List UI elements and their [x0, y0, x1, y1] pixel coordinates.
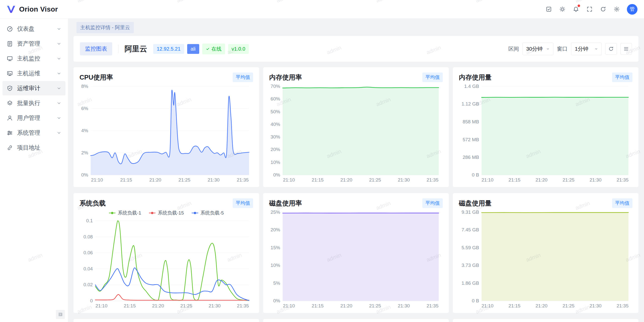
check-square-button[interactable]	[543, 4, 554, 15]
svg-text:21:25: 21:25	[178, 177, 190, 183]
refresh-charts-button[interactable]	[605, 43, 617, 55]
svg-text:21:25: 21:25	[180, 303, 192, 308]
svg-text:572 MB: 572 MB	[463, 137, 479, 142]
svg-text:30%: 30%	[271, 134, 280, 139]
svg-text:1.4 GB: 1.4 GB	[464, 84, 479, 89]
chevron-down-icon	[57, 26, 61, 31]
average-badge[interactable]: 平均值	[612, 73, 632, 82]
legend-marker-icon	[149, 211, 156, 214]
svg-text:21:10: 21:10	[481, 303, 494, 308]
chart-card-cpu-usage: CPU使用率 平均值 0%2%4%6%8%21:1021:1521:2021:2…	[73, 67, 259, 187]
window-select-value: 1分钟	[575, 45, 588, 52]
sidebar-item-project-link[interactable]: 项目地址	[3, 140, 65, 155]
refresh-icon	[600, 6, 606, 12]
orion-visor-logo-icon	[7, 5, 16, 13]
svg-text:0 B: 0 B	[472, 298, 479, 303]
legend-item[interactable]: 系统负载-1	[109, 210, 141, 216]
average-badge[interactable]: 平均值	[422, 73, 443, 82]
svg-text:21:30: 21:30	[590, 303, 602, 308]
average-badge[interactable]: 平均值	[612, 198, 632, 208]
sidebar-item-dashboard[interactable]: 仪表盘	[3, 22, 65, 36]
average-badge[interactable]: 平均值	[233, 73, 253, 82]
svg-text:21:35: 21:35	[237, 303, 249, 308]
theme-button[interactable]	[556, 4, 568, 15]
memory-usage-pct-chart: 0%10%20%30%40%50%60%70%21:1021:1521:2021…	[269, 83, 443, 184]
sidebar-item-batch-exec[interactable]: 批量执行	[3, 96, 65, 110]
list-icon	[623, 46, 629, 52]
chevron-down-icon	[57, 71, 61, 76]
chart-title: 磁盘使用率	[269, 199, 302, 208]
sidebar-item-ops-audit[interactable]: 运维审计	[3, 81, 65, 95]
svg-text:21:25: 21:25	[562, 177, 575, 183]
host-name: 阿里云	[125, 44, 147, 54]
svg-text:0%: 0%	[273, 298, 280, 303]
collapse-sidebar-button[interactable]	[56, 310, 65, 319]
svg-text:21:20: 21:20	[536, 177, 548, 183]
svg-text:21:15: 21:15	[312, 303, 324, 308]
svg-text:21:15: 21:15	[508, 177, 520, 183]
legend-item[interactable]: 系统负载-5	[191, 210, 224, 216]
check-icon	[206, 47, 210, 51]
svg-text:0.08: 0.08	[84, 234, 93, 239]
svg-text:20%: 20%	[271, 147, 280, 152]
user-icon	[7, 115, 13, 121]
charts-grid: CPU使用率 平均值 0%2%4%6%8%21:1021:1521:2021:2…	[73, 67, 638, 322]
cpu-usage-chart: 0%2%4%6%8%21:1021:1521:2021:2521:3021:35	[79, 83, 253, 184]
svg-text:50%: 50%	[271, 109, 280, 114]
breadcrumb-current[interactable]: 主机监控详情 - 阿里云	[76, 22, 134, 33]
svg-text:21:30: 21:30	[209, 303, 221, 308]
svg-text:60%: 60%	[271, 96, 280, 101]
chevron-down-icon	[57, 56, 61, 61]
settings-button[interactable]	[611, 4, 622, 15]
menu-fold-icon	[58, 312, 63, 317]
tab-monitor-charts[interactable]: 监控图表	[80, 42, 112, 55]
svg-text:20%: 20%	[271, 227, 280, 232]
svg-text:21:10: 21:10	[481, 177, 494, 183]
fullscreen-button[interactable]	[584, 4, 595, 15]
memory-usage-amount-chart: 0 B286 MB572 MB858 MB1.12 GB1.4 GB21:102…	[459, 83, 632, 184]
refresh-page-button[interactable]	[597, 4, 609, 15]
svg-text:25%: 25%	[271, 209, 280, 215]
host-header-card: 监控图表 阿里云 12.92.5.21 ali 在线 v1.0.0 区间 30分…	[73, 36, 638, 62]
legend-marker-icon	[109, 211, 116, 214]
svg-text:21:15: 21:15	[312, 177, 324, 183]
notifications-button[interactable]	[570, 4, 582, 15]
topbar-actions: 管	[543, 4, 637, 15]
user-avatar[interactable]: 管	[627, 4, 637, 15]
svg-text:21:30: 21:30	[398, 177, 410, 183]
svg-text:21:10: 21:10	[95, 303, 107, 308]
disk-usage-amount-chart: 0 B1.86 GB3.73 GB5.59 GB7.45 GB9.31 GB21…	[459, 209, 632, 309]
average-badge[interactable]: 平均值	[233, 198, 253, 208]
host-code-tag: ali	[187, 44, 199, 54]
window-label: 窗口	[557, 45, 568, 52]
svg-text:8%: 8%	[81, 84, 88, 89]
sidebar-item-host-ops[interactable]: 主机运维	[3, 66, 65, 81]
range-select-value: 30分钟	[526, 45, 543, 52]
svg-text:21:20: 21:20	[340, 303, 352, 308]
sidebar-item-label: 批量执行	[17, 99, 53, 107]
chart-title: 内存使用量	[459, 73, 492, 82]
svg-text:7.45 GB: 7.45 GB	[462, 227, 479, 232]
average-badge[interactable]: 平均值	[422, 198, 443, 208]
assets-file-icon	[7, 41, 13, 47]
sidebar-item-label: 主机运维	[17, 69, 53, 77]
chart-list-button[interactable]	[620, 43, 632, 55]
window-select[interactable]: 1分钟	[571, 43, 602, 55]
chevron-down-icon	[57, 101, 61, 105]
svg-text:1.86 GB: 1.86 GB	[462, 280, 479, 286]
range-select[interactable]: 30分钟	[522, 43, 553, 55]
legend-item[interactable]: 系统负载-15	[149, 210, 184, 216]
svg-text:1.12 GB: 1.12 GB	[462, 101, 479, 106]
svg-text:15%: 15%	[271, 245, 280, 250]
topbar: Orion Visor 管	[0, 0, 644, 19]
chevron-down-icon	[57, 86, 61, 91]
svg-text:21:35: 21:35	[426, 177, 438, 183]
sidebar-item-assets[interactable]: 资产管理	[3, 37, 65, 51]
svg-text:21:25: 21:25	[562, 303, 575, 308]
svg-text:0.1: 0.1	[86, 218, 93, 223]
sidebar-item-host-monitor[interactable]: 主机监控	[3, 51, 65, 66]
sidebar-item-system-mgmt[interactable]: 系统管理	[3, 126, 65, 140]
sidebar-item-user-mgmt[interactable]: 用户管理	[3, 111, 65, 125]
sidebar-item-label: 资产管理	[17, 40, 53, 48]
theme-sun-icon	[559, 6, 566, 12]
